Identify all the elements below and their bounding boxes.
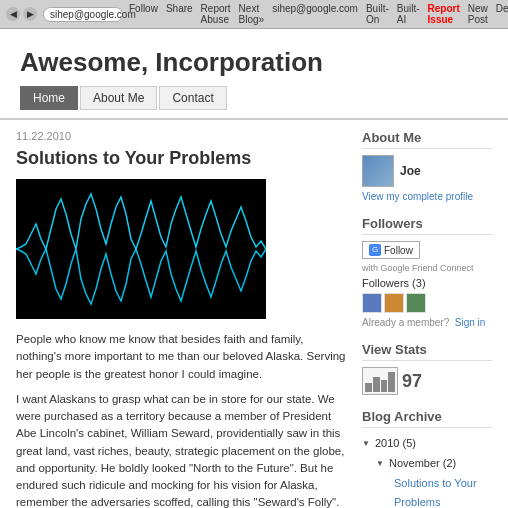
- about-me-content: Joe View my complete profile: [362, 155, 492, 202]
- followers-avatars: [362, 293, 492, 313]
- browser-bar: ◀ ▶ sihep@google.com Follow Share Report…: [0, 0, 508, 29]
- follow-sub-label: with Google Friend Connect: [362, 263, 492, 273]
- post-paragraph-2: I want Alaskans to grasp what can be in …: [16, 391, 346, 508]
- forward-button[interactable]: ▶: [23, 7, 37, 21]
- followers-title: Followers: [362, 216, 492, 235]
- nav-contact[interactable]: Contact: [159, 86, 226, 110]
- follow-button[interactable]: G Follow: [362, 241, 420, 259]
- follower-avatar-3: [406, 293, 426, 313]
- follow-link[interactable]: Follow: [129, 3, 158, 25]
- new-post-link[interactable]: New Post: [468, 3, 488, 25]
- post-image: [16, 179, 266, 319]
- stats-number: 97: [402, 371, 422, 392]
- stats-chart: [362, 367, 398, 395]
- stats-box: 97: [362, 367, 492, 395]
- email-display: sihep@google.com: [272, 3, 358, 25]
- about-me-title: About Me: [362, 130, 492, 149]
- about-name: Joe: [400, 164, 421, 178]
- post-body: People who know me know that besides fai…: [16, 331, 346, 508]
- post-paragraph-1: People who know me know that besides fai…: [16, 331, 346, 383]
- sign-in-link[interactable]: Sign in: [455, 317, 486, 328]
- back-button[interactable]: ◀: [6, 7, 20, 21]
- stats-bar-3: [381, 380, 388, 392]
- avatar: [362, 155, 394, 187]
- blog-wrapper: Awesome, Incorporation Home About Me Con…: [0, 29, 508, 508]
- follow-btn-label: Follow: [384, 245, 413, 256]
- built-ai-link[interactable]: Built-AI: [397, 3, 420, 25]
- followers-count: Followers (3): [362, 277, 492, 289]
- report-abuse-link[interactable]: Report Abuse: [201, 3, 231, 25]
- post-title: Solutions to Your Problems: [16, 148, 346, 169]
- archive-title: Blog Archive: [362, 409, 492, 428]
- built-on-link[interactable]: Built-On: [366, 3, 389, 25]
- design-link[interactable]: Design: [496, 3, 508, 25]
- nav-icons: ◀ ▶: [6, 7, 37, 21]
- archive-nov-2010[interactable]: November (2): [376, 454, 492, 474]
- main-layout: 11.22.2010 Solutions to Your Problems: [0, 120, 508, 508]
- about-me-row: Joe: [362, 155, 421, 187]
- archive-post-1[interactable]: Solutions to Your Problems: [376, 474, 492, 508]
- wave-container: [16, 179, 266, 319]
- follower-avatar-1: [362, 293, 382, 313]
- next-blog-link[interactable]: Next Blog»: [239, 3, 265, 25]
- sidebar-archive: Blog Archive 2010 (5) November (2): [362, 409, 492, 508]
- waveform-svg: [16, 179, 266, 319]
- archive-list: 2010 (5) November (2) Solutions to Your …: [362, 434, 492, 508]
- view-stats-title: View Stats: [362, 342, 492, 361]
- google-icon: G: [369, 244, 381, 256]
- svg-rect-0: [16, 179, 266, 319]
- sidebar-about-me: About Me Joe View my complete profile: [362, 130, 492, 202]
- nav-home[interactable]: Home: [20, 86, 78, 110]
- stats-bar-4: [388, 372, 395, 392]
- archive-year-2010[interactable]: 2010 (5): [362, 434, 492, 454]
- main-content: 11.22.2010 Solutions to Your Problems: [16, 130, 346, 508]
- sidebar: About Me Joe View my complete profile Fo…: [362, 130, 492, 508]
- triangle-2010: [362, 437, 372, 451]
- sidebar-followers: Followers G Follow with Google Friend Co…: [362, 216, 492, 328]
- blog-header: Awesome, Incorporation Home About Me Con…: [0, 29, 508, 120]
- stats-bar-2: [373, 377, 380, 392]
- nav-about[interactable]: About Me: [80, 86, 157, 110]
- followers-row: G Follow: [362, 241, 492, 259]
- share-link[interactable]: Share: [166, 3, 193, 25]
- report-issue-link[interactable]: Report Issue: [428, 3, 460, 25]
- archive-year-2010-label: 2010 (5): [375, 434, 416, 454]
- post-date: 11.22.2010: [16, 130, 346, 142]
- stats-bar-1: [365, 383, 372, 392]
- blog-nav: Home About Me Contact: [20, 86, 488, 110]
- browser-links: Follow Share Report Abuse Next Blog» sih…: [129, 3, 508, 25]
- view-profile-link[interactable]: View my complete profile: [362, 191, 473, 202]
- already-member: Already a member? Sign in: [362, 317, 492, 328]
- triangle-nov: [376, 457, 386, 471]
- archive-2010-sub: November (2) Solutions to Your Problems …: [362, 454, 492, 508]
- follower-avatar-2: [384, 293, 404, 313]
- archive-nov-label: November (2): [389, 454, 456, 474]
- address-bar[interactable]: sihep@google.com: [43, 7, 123, 22]
- blog-title: Awesome, Incorporation: [20, 47, 488, 78]
- sidebar-view-stats: View Stats 97: [362, 342, 492, 395]
- archive-nov-posts: Solutions to Your Problems Posting to My…: [376, 474, 492, 508]
